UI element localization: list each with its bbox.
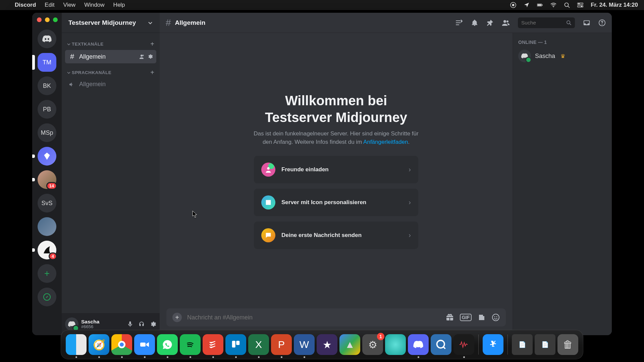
tray-location-icon[interactable] (524, 2, 530, 8)
chat-icon (261, 228, 275, 242)
dock-finder[interactable] (66, 334, 87, 355)
add-voice-channel-button[interactable]: + (150, 69, 154, 76)
card-personalize-icon[interactable]: Server mit Icon personalisieren › (254, 189, 418, 216)
dock-recent-2[interactable]: 📄 (535, 334, 555, 355)
tray-battery-icon[interactable] (537, 2, 543, 8)
dock-todoist[interactable] (203, 334, 223, 355)
dock-trash[interactable]: 🗑 (557, 334, 578, 355)
menu-help[interactable]: Help (113, 2, 125, 8)
dock-powerpoint[interactable]: P (271, 334, 292, 355)
menu-window[interactable]: Window (84, 2, 104, 8)
window-minimize-button[interactable] (45, 17, 50, 22)
members-toggle-button[interactable] (502, 19, 510, 27)
dock-trello[interactable] (225, 334, 246, 355)
dock-whatsapp[interactable] (157, 334, 178, 355)
svg-point-19 (496, 316, 497, 317)
guild-midjourney[interactable]: 4 (38, 241, 56, 259)
guild-bk[interactable]: BK (38, 76, 56, 95)
tray-search-icon[interactable] (564, 2, 570, 8)
gear-icon[interactable] (147, 54, 153, 60)
help-button[interactable] (598, 19, 606, 26)
guild-msp[interactable]: MSp (38, 123, 56, 142)
menu-view[interactable]: View (63, 2, 76, 8)
message-input[interactable] (187, 314, 440, 321)
dock-imovie[interactable]: ★ (317, 334, 337, 355)
svg-point-17 (492, 314, 499, 321)
dock-app-teal[interactable] (385, 334, 406, 355)
dock-settings[interactable]: ⚙1 (362, 334, 383, 355)
card-invite-friends[interactable]: Freunde einladen › (254, 156, 418, 183)
dock-excel[interactable]: X (248, 334, 269, 355)
dock-chrome[interactable] (111, 334, 132, 355)
menu-edit[interactable]: Edit (45, 2, 54, 8)
menubar-app-name[interactable]: Discord (15, 2, 36, 8)
section-voice-channels[interactable]: SPRACHKANÄLE + (65, 64, 156, 78)
gift-button[interactable] (446, 313, 454, 321)
window-maximize-button[interactable] (53, 17, 58, 22)
guild-add-button[interactable]: + (38, 264, 56, 283)
speaker-icon (68, 81, 76, 87)
channel-topbar: # Allgemein (160, 13, 612, 33)
text-channel-allgemein[interactable]: # Allgemein (65, 50, 156, 63)
chevron-down-icon (148, 20, 153, 25)
mac-menubar: Discord Edit View Window Help Fr. 24. Mä… (0, 0, 644, 10)
threads-button[interactable] (455, 19, 463, 27)
welcome-panel: Willkommen bei Testserver Midjourney Das… (160, 33, 513, 308)
section-text-channels[interactable]: TEXTKANÄLE + (65, 36, 156, 49)
dock-appstore[interactable] (483, 334, 503, 355)
svg-point-9 (578, 3, 580, 4)
dock-safari[interactable]: 🧭 (89, 334, 109, 355)
server-header[interactable]: Testserver Midjourney (62, 13, 160, 33)
user-avatar[interactable] (65, 317, 78, 331)
hash-icon: # (68, 52, 76, 61)
pinned-button[interactable] (486, 19, 494, 26)
guild-explore-button[interactable] (38, 288, 56, 306)
guild-gem[interactable] (38, 147, 56, 166)
channel-sidebar: Testserver Midjourney TEXTKANÄLE + # All… (62, 13, 160, 335)
sticker-button[interactable] (478, 313, 486, 321)
add-text-channel-button[interactable]: + (150, 40, 154, 48)
dock-spotify[interactable] (180, 334, 201, 355)
voice-channel-allgemein[interactable]: Allgemein (65, 78, 156, 90)
tray-control-center-icon[interactable] (577, 2, 583, 8)
server-name: Testserver Midjourney (68, 19, 136, 26)
card-first-message[interactable]: Deine erste Nachricht senden › (254, 222, 418, 249)
members-header: ONLINE — 1 (518, 40, 606, 45)
user-settings-button[interactable] (150, 321, 156, 327)
invite-icon[interactable] (139, 54, 145, 60)
notifications-button[interactable] (471, 19, 478, 26)
dock-quicktime[interactable] (431, 334, 451, 355)
svg-rect-4 (542, 4, 543, 5)
dock-zoom[interactable] (134, 334, 155, 355)
dock-word[interactable]: W (294, 334, 315, 355)
gem-icon (43, 152, 51, 161)
tray-wifi-icon[interactable] (550, 2, 556, 8)
dock-recent-1[interactable]: 📄 (512, 334, 533, 355)
dock-discord[interactable] (408, 334, 429, 355)
search-input[interactable] (521, 20, 564, 26)
inbox-button[interactable] (583, 19, 590, 26)
guild-pb[interactable]: PB (38, 100, 56, 119)
svg-point-11 (581, 6, 582, 7)
gif-button[interactable]: GIF (460, 314, 472, 321)
tray-record-icon[interactable] (510, 2, 516, 8)
member-row[interactable]: Sascha ♛ (518, 50, 606, 62)
guild-svs[interactable]: SvS (38, 194, 56, 213)
dock-drive[interactable]: ▲ (339, 334, 360, 355)
guild-avatar1[interactable]: 14 (38, 170, 56, 189)
search-box[interactable] (518, 17, 575, 28)
guild-home[interactable] (38, 29, 56, 48)
chevron-down-icon (67, 43, 70, 46)
emoji-button[interactable] (492, 313, 500, 321)
guild-photo[interactable] (38, 217, 56, 236)
getting-started-link[interactable]: Anfängerleitfaden (363, 139, 408, 145)
attach-button[interactable]: + (172, 313, 182, 322)
window-close-button[interactable] (37, 17, 42, 22)
guild-label: BK (43, 82, 51, 89)
mute-mic-button[interactable] (127, 321, 133, 327)
menubar-clock[interactable]: Fr. 24. März 14:20 (591, 2, 638, 8)
dock-voice-memos[interactable] (453, 334, 474, 355)
guild-tm[interactable]: TM (38, 53, 56, 72)
svg-rect-22 (232, 341, 235, 348)
deafen-button[interactable] (138, 321, 145, 327)
